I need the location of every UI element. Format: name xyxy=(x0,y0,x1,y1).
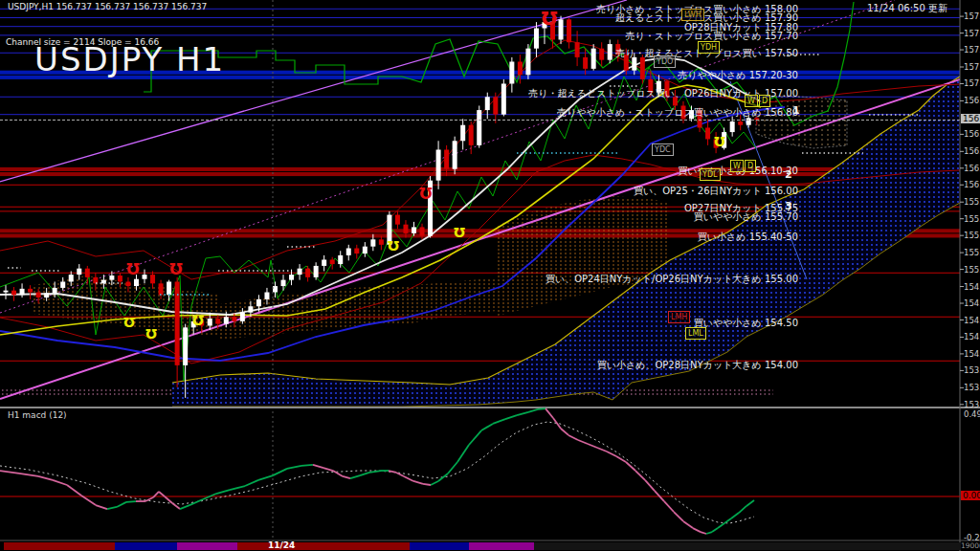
candle xyxy=(346,249,351,255)
omega-signal-icon: Ω xyxy=(541,7,557,30)
candle xyxy=(232,317,236,321)
candle xyxy=(150,275,155,283)
candle xyxy=(53,288,57,294)
candle xyxy=(559,19,564,39)
pivot-level-box: D xyxy=(745,160,756,172)
candle xyxy=(698,110,702,127)
pivot-level-box: LML xyxy=(685,327,706,340)
timeline-date-label: 11/24 xyxy=(268,540,295,550)
candle xyxy=(460,125,465,142)
pivot-level-box: YDC xyxy=(652,143,674,156)
time-axis[interactable] xyxy=(4,542,961,550)
candle xyxy=(281,280,286,286)
candle xyxy=(673,97,678,105)
candle xyxy=(632,57,636,71)
candle xyxy=(289,275,294,280)
candle xyxy=(11,291,16,296)
candle xyxy=(264,293,269,299)
candle xyxy=(330,259,335,264)
pivot-level-box: D xyxy=(759,95,770,107)
candle xyxy=(240,313,245,321)
candle xyxy=(599,49,604,60)
candle xyxy=(167,281,171,295)
candle xyxy=(509,61,514,83)
omega-signal-icon: Ω xyxy=(388,238,399,253)
pivot-level-box: YDH xyxy=(698,41,720,54)
candle xyxy=(44,293,49,298)
candle xyxy=(689,110,694,119)
candle xyxy=(591,49,596,69)
candle xyxy=(395,215,400,225)
candle xyxy=(436,149,441,180)
pivot-level-box: YDL xyxy=(700,168,721,181)
candle xyxy=(314,266,319,277)
candle xyxy=(648,79,653,93)
session-segment xyxy=(4,542,115,550)
candle xyxy=(248,306,253,312)
macd-main-line xyxy=(538,408,546,409)
candle xyxy=(412,227,416,232)
macd-main-line xyxy=(423,484,431,485)
candle xyxy=(501,83,506,114)
session-segment xyxy=(469,542,534,550)
pivot-level-box: W xyxy=(730,160,744,172)
candle xyxy=(754,118,759,120)
omega-signal-icon: Ω xyxy=(454,225,465,240)
bar-count-label: 190000 xyxy=(961,541,980,550)
macd-main-line xyxy=(126,501,136,502)
candle xyxy=(159,283,164,295)
session-segment xyxy=(534,542,961,550)
session-segment xyxy=(237,542,410,550)
candle xyxy=(420,227,425,235)
candle xyxy=(640,57,645,79)
candle xyxy=(746,118,751,124)
candle xyxy=(118,276,122,281)
candle xyxy=(36,293,41,298)
candle xyxy=(93,277,98,283)
pivot-level-box: LWH xyxy=(681,9,704,21)
candle xyxy=(143,275,147,279)
candle xyxy=(20,289,25,295)
candle xyxy=(705,127,710,139)
wave-count-number: 2 xyxy=(785,168,792,181)
candle xyxy=(730,121,735,132)
candle xyxy=(4,291,9,293)
candle xyxy=(453,141,457,168)
session-segment xyxy=(115,542,177,550)
wave-count-number: 1 xyxy=(792,104,800,117)
candle xyxy=(379,239,384,245)
candle xyxy=(403,225,408,233)
candle xyxy=(69,275,74,281)
wave-count-number: 3 xyxy=(785,200,792,212)
candle xyxy=(664,81,669,98)
candle xyxy=(298,269,302,275)
session-segment xyxy=(177,542,237,550)
candle xyxy=(680,105,685,119)
candle xyxy=(608,44,612,60)
candle xyxy=(208,319,212,325)
candle xyxy=(363,247,368,253)
pivot-level-box: YDO xyxy=(654,55,676,68)
candle xyxy=(322,259,326,265)
candle xyxy=(224,317,229,323)
candle xyxy=(109,276,114,280)
pivot-level-box: W xyxy=(745,95,758,107)
candle xyxy=(583,57,588,69)
candle xyxy=(525,49,530,76)
omega-signal-icon: Ω xyxy=(126,259,140,277)
candle xyxy=(85,269,90,277)
candle xyxy=(338,255,343,264)
candle xyxy=(477,110,481,145)
candle xyxy=(624,55,629,71)
omega-signal-icon: Ω xyxy=(145,326,157,342)
candle xyxy=(575,42,580,57)
session-segment xyxy=(410,542,469,550)
candle xyxy=(273,286,278,292)
candle xyxy=(493,97,498,114)
candle xyxy=(518,61,523,75)
candle xyxy=(183,327,188,365)
candle xyxy=(444,149,449,168)
omega-signal-icon: Ω xyxy=(123,315,135,330)
main-chart-canvas[interactable]: ΩΩΩΩΩΩΩΩΩΩ xyxy=(0,0,980,551)
candle xyxy=(77,269,81,275)
